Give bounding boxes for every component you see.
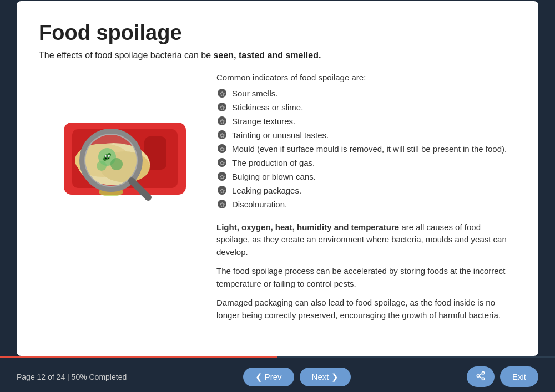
para1: Light, oxygen, heat, humidity and temper…	[216, 221, 516, 259]
bullet-icon: ✿	[216, 102, 229, 112]
para3: Damaged packaging can also lead to food …	[216, 297, 516, 322]
svg-text:✿: ✿	[220, 159, 225, 166]
list-item: ✿ Leaking packages.	[216, 185, 516, 196]
list-item-text: Bulging or blown cans.	[232, 171, 316, 182]
svg-text:✿: ✿	[220, 104, 225, 110]
bullet-icon: ✿	[216, 116, 229, 126]
next-button[interactable]: Next ❯	[300, 368, 351, 386]
bullet-icon: ✿	[216, 199, 229, 209]
svg-text:✿: ✿	[220, 131, 225, 138]
svg-line-41	[479, 376, 482, 378]
list-item: ✿ Sour smells.	[216, 88, 516, 99]
svg-text:✿: ✿	[220, 145, 225, 152]
bullet-icon: ✿	[216, 144, 229, 154]
svg-point-38	[482, 372, 485, 375]
list-item-text: Strange textures.	[232, 115, 295, 127]
list-item-text: Sour smells.	[232, 88, 278, 99]
svg-text:✿: ✿	[220, 118, 225, 124]
share-button[interactable]	[467, 366, 495, 387]
subtitle: The effects of food spoilage bacteria ca…	[39, 50, 516, 60]
para1-bold: Light, oxygen, heat, humidity and temper…	[216, 222, 399, 232]
exit-button[interactable]: Exit	[500, 366, 538, 387]
image-panel	[39, 73, 205, 339]
list-item-text: Discolouration.	[232, 198, 287, 210]
svg-text:✿: ✿	[220, 90, 225, 96]
svg-point-19	[109, 155, 110, 156]
list-item-text: Stickiness or slime.	[232, 101, 303, 113]
list-item: ✿ Stickiness or slime.	[216, 101, 516, 113]
bullet-icon: ✿	[216, 171, 229, 181]
list-item: ✿ The production of gas.	[216, 157, 516, 169]
content-area: Common indicators of food spoilage are: …	[39, 73, 516, 339]
bullet-icon: ✿	[216, 185, 229, 195]
share-icon	[476, 371, 486, 381]
list-item: ✿ Tainting or unusual tastes.	[216, 129, 516, 141]
list-item: ✿ Discolouration.	[216, 198, 516, 210]
svg-point-15	[103, 157, 107, 161]
para2: The food spoilage process can be acceler…	[216, 265, 516, 290]
subtitle-bold: seen, tasted and smelled.	[214, 50, 321, 60]
svg-point-12	[97, 161, 107, 171]
svg-text:✿: ✿	[220, 173, 225, 180]
list-item-text: Mould (even if surface mould is removed,…	[232, 143, 507, 155]
list-item-text: The production of gas.	[232, 157, 315, 169]
list-item: ✿ Strange textures.	[216, 115, 516, 127]
svg-point-39	[477, 375, 480, 378]
main-content-panel: Food spoilage The effects of food spoila…	[17, 1, 538, 356]
food-illustration	[47, 78, 197, 211]
progress-bar	[0, 356, 555, 358]
right-buttons: Exit	[467, 366, 538, 387]
list-item: ✿ Mould (even if surface mould is remove…	[216, 143, 516, 155]
list-item-text: Leaking packages.	[232, 185, 301, 196]
svg-line-42	[479, 374, 482, 375]
svg-text:✿: ✿	[220, 201, 225, 207]
text-panel: Common indicators of food spoilage are: …	[216, 73, 516, 339]
bullet-icon: ✿	[216, 130, 229, 140]
svg-point-18	[106, 155, 107, 156]
subtitle-plain: The effects of food spoilage bacteria ca…	[39, 50, 214, 60]
bullet-icon: ✿	[216, 157, 229, 167]
list-item-text: Tainting or unusual tastes.	[232, 129, 329, 141]
bullet-icon: ✿	[216, 88, 229, 98]
svg-point-40	[482, 378, 485, 380]
indicators-intro: Common indicators of food spoilage are:	[216, 73, 516, 82]
list-item: ✿ Bulging or blown cans.	[216, 171, 516, 182]
svg-text:✿: ✿	[220, 187, 225, 194]
page-info: Page 12 of 24 | 50% Completed	[17, 373, 127, 381]
svg-point-11	[110, 158, 123, 170]
nav-buttons: ❮ Prev Next ❯	[243, 368, 351, 386]
page-title: Food spoilage	[39, 21, 516, 45]
bottom-bar: Page 12 of 24 | 50% Completed ❮ Prev Nex…	[0, 363, 555, 391]
prev-button[interactable]: ❮ Prev	[243, 368, 294, 386]
indicators-list: ✿ Sour smells. ✿ Stickiness or slime. ✿ …	[216, 88, 516, 212]
progress-fill	[0, 356, 278, 358]
